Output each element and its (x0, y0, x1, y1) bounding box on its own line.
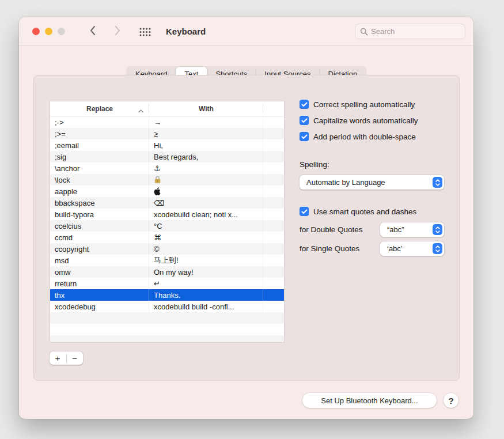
replace-cell: ;sig (50, 151, 149, 162)
table-body: ;->→;>=≥;eemailHi,;sigBest regards,\anch… (50, 116, 284, 312)
minimize-button[interactable] (45, 28, 52, 35)
stepper-icon (433, 243, 442, 254)
extra-cell (263, 232, 284, 243)
extra-cell (263, 197, 284, 209)
table-row[interactable]: ;sigBest regards, (50, 151, 284, 162)
select-value: Automatic by Language (300, 178, 433, 187)
add-remove-control: + − (50, 351, 83, 365)
table-row[interactable]: thxThanks. (50, 289, 284, 301)
column-header-label: Replace (86, 105, 113, 113)
stepper-icon (433, 177, 442, 188)
checkbox-capitalize-words[interactable]: Capitalize words automatically (300, 116, 418, 125)
table-row[interactable]: build-typoraxcodebuild clean; noti x... (50, 209, 284, 220)
with-cell: Hi, (149, 139, 263, 151)
table-row[interactable]: ccelcius°C (50, 220, 284, 232)
column-header-label: With (199, 105, 214, 113)
table-row[interactable]: bbackspace⌫ (50, 197, 284, 209)
chevron-left-icon (89, 25, 96, 38)
checkbox-smart-quotes[interactable]: Use smart quotes and dashes (300, 207, 416, 216)
setup-bluetooth-keyboard-button[interactable]: Set Up Bluetooth Keyboard... (302, 393, 437, 408)
replace-cell: ;-> (50, 116, 149, 128)
add-replacement-button[interactable]: + (50, 351, 66, 365)
table-row[interactable]: aapple (50, 186, 284, 197)
table-row[interactable]: omwOn my way! (50, 266, 284, 278)
with-cell (149, 186, 263, 197)
remove-replacement-button[interactable]: − (67, 351, 84, 365)
with-cell: ⌘ (149, 232, 263, 243)
with-cell: ⚓ (149, 162, 263, 174)
replace-cell: thx (50, 289, 149, 301)
window-title: Keyboard (166, 17, 206, 46)
replace-cell: rreturn (50, 278, 149, 289)
search-icon (360, 28, 368, 36)
lock-icon (154, 176, 161, 184)
forward-button[interactable] (112, 27, 123, 37)
table-row[interactable]: ccmd⌘ (50, 232, 284, 243)
replace-cell: ccelcius (50, 220, 149, 232)
checkbox-checked-icon (300, 100, 309, 109)
spelling-select[interactable]: Automatic by Language (300, 175, 444, 190)
checkbox-correct-spelling[interactable]: Correct spelling automatically (300, 100, 415, 109)
replace-cell: bbackspace (50, 197, 149, 209)
close-button[interactable] (32, 28, 40, 35)
spelling-label: Spelling: (300, 160, 329, 169)
column-header-replace[interactable]: Replace (50, 101, 149, 116)
with-cell: → (149, 116, 263, 128)
table-row[interactable]: ccopyright© (50, 243, 284, 255)
table-row[interactable]: xcodedebugxcodebuild build -confi... (50, 301, 284, 312)
zoom-button (58, 28, 65, 35)
extra-cell (263, 186, 284, 197)
extra-cell (263, 209, 284, 220)
extra-cell (263, 255, 284, 266)
table-row[interactable]: ;->→ (50, 116, 284, 128)
select-value: ‘abc’ (380, 244, 433, 253)
stepper-icon (433, 224, 442, 235)
table-empty-area (50, 312, 284, 343)
table-row[interactable]: msd马上到! (50, 255, 284, 266)
show-all-button[interactable] (139, 27, 151, 37)
with-cell: ≥ (149, 128, 263, 139)
checkbox-add-period[interactable]: Add period with double-space (300, 132, 416, 141)
checkbox-label: Capitalize words automatically (313, 116, 418, 125)
checkbox-checked-icon (300, 116, 309, 125)
replace-cell: ;>= (50, 128, 149, 139)
column-header-with[interactable]: With (149, 101, 263, 116)
table-row[interactable]: ;eemailHi, (50, 139, 284, 151)
with-cell: 马上到! (149, 255, 263, 266)
single-quotes-select[interactable]: ‘abc’ (380, 241, 444, 256)
with-cell: ↵ (149, 278, 263, 289)
with-cell: Best regards, (149, 151, 263, 162)
column-header-extra (263, 101, 284, 116)
table-header: Replace With (50, 101, 284, 116)
sort-ascending-icon (138, 107, 143, 115)
extra-cell (263, 162, 284, 174)
search-input[interactable]: Search (355, 24, 465, 39)
table-row[interactable]: ;>=≥ (50, 128, 284, 139)
checkbox-label: Use smart quotes and dashes (313, 207, 416, 216)
table-row[interactable]: \anchor⚓ (50, 162, 284, 174)
checkbox-label: Add period with double-space (313, 133, 416, 141)
extra-cell (263, 128, 284, 139)
with-cell: © (149, 243, 263, 255)
checkbox-checked-icon (300, 132, 309, 141)
replace-cell: xcodedebug (50, 301, 149, 312)
double-quotes-label: for Double Quotes (300, 225, 363, 234)
double-quotes-select[interactable]: “abc” (380, 222, 444, 237)
extra-cell (263, 278, 284, 289)
replace-cell: ccmd (50, 232, 149, 243)
with-cell: xcodebuild clean; noti x... (149, 209, 263, 220)
replace-cell: omw (50, 266, 149, 278)
search-placeholder: Search (371, 27, 395, 36)
help-button[interactable]: ? (444, 393, 458, 408)
extra-cell (263, 220, 284, 232)
table-row[interactable]: \lock (50, 174, 284, 186)
back-button[interactable] (88, 27, 98, 37)
table-row[interactable]: rreturn↵ (50, 278, 284, 289)
replace-cell: ;eemail (50, 139, 149, 151)
extra-cell (263, 151, 284, 162)
replace-cell: \anchor (50, 162, 149, 174)
replace-cell: \lock (50, 174, 149, 186)
desktop-background: { "colors": { "accent_blue": "#2b7cf7", … (0, 0, 504, 439)
checkbox-checked-icon (300, 207, 309, 216)
text-replacements-table: Replace With ;->→;>=≥;eemailHi,;sigBest … (50, 101, 285, 343)
